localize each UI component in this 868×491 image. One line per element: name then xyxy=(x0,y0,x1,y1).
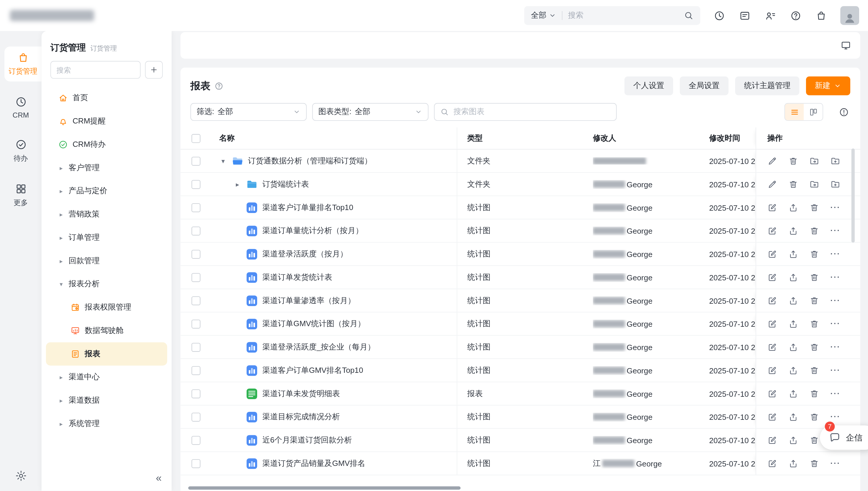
monitor-icon[interactable] xyxy=(840,40,851,51)
delete-icon[interactable] xyxy=(788,156,798,166)
row-checkbox[interactable] xyxy=(192,273,200,282)
row-checkbox[interactable] xyxy=(192,343,200,352)
export-icon[interactable] xyxy=(788,272,798,283)
more-icon[interactable]: ··· xyxy=(831,272,841,283)
horizontal-scrollbar[interactable] xyxy=(188,486,461,490)
delete-icon[interactable] xyxy=(809,319,819,329)
theme-management-button[interactable]: 统计主题管理 xyxy=(735,77,800,95)
edit-icon[interactable] xyxy=(767,319,777,329)
row-checkbox[interactable] xyxy=(192,366,200,375)
row-checkbox[interactable] xyxy=(192,250,200,259)
report-name-link[interactable]: 订货通数据分析（管理端和订货端） xyxy=(248,156,372,166)
settings-gear-icon[interactable] xyxy=(15,470,27,482)
report-name-link[interactable]: 渠道登录活跃度_按企业（每月） xyxy=(262,342,375,352)
row-checkbox[interactable] xyxy=(192,412,200,421)
edit-icon[interactable] xyxy=(767,459,777,468)
table-row[interactable]: 渠道客户订单量排名Top10统计图George2025-07-10 2··· xyxy=(180,196,860,220)
more-icon[interactable]: ··· xyxy=(831,319,841,329)
table-row[interactable]: ▸订货端统计表文件夹George2025-07-10 2 xyxy=(180,173,860,196)
table-row[interactable]: 渠道客户订单GMV排名Top10统计图George2025-07-10 2··· xyxy=(180,359,860,382)
report-name-link[interactable]: 渠道订单未发货明细表 xyxy=(262,388,340,399)
more-icon[interactable]: ··· xyxy=(831,459,841,468)
edit-icon[interactable] xyxy=(767,272,777,283)
export-icon[interactable] xyxy=(788,388,798,399)
export-icon[interactable] xyxy=(788,295,798,306)
search-scope-dropdown[interactable]: 全部 xyxy=(531,11,556,21)
row-checkbox[interactable] xyxy=(192,203,200,212)
sidebar-item[interactable]: 数据驾驶舱 xyxy=(42,319,172,342)
qixin-button[interactable]: 7 企信 xyxy=(820,426,868,450)
help-icon[interactable] xyxy=(214,81,224,91)
more-icon[interactable]: ··· xyxy=(831,249,841,259)
edit-icon[interactable] xyxy=(767,388,777,399)
sidebar-item[interactable]: ▾报表分析 xyxy=(42,273,172,296)
sidebar-item[interactable]: CRM提醒 xyxy=(42,110,172,133)
chart-type-select[interactable]: 图表类型: 全部 xyxy=(312,103,429,121)
alert-icon[interactable] xyxy=(839,107,849,117)
caret-right-icon[interactable]: ▸ xyxy=(234,180,241,188)
export-icon[interactable] xyxy=(788,226,798,236)
edit-icon[interactable] xyxy=(767,249,777,259)
sidebar-search-input[interactable] xyxy=(51,61,141,79)
report-name-link[interactable]: 渠道订单量统计分析（按月） xyxy=(262,226,363,236)
table-row[interactable]: 渠道订单量统计分析（按月）统计图George2025-07-10 2··· xyxy=(180,220,860,243)
export-icon[interactable] xyxy=(788,435,798,445)
delete-icon[interactable] xyxy=(809,412,819,422)
delete-icon[interactable] xyxy=(809,435,819,445)
rail-item-more[interactable]: 更多 xyxy=(0,178,42,213)
edit-icon[interactable] xyxy=(767,295,777,306)
row-checkbox[interactable] xyxy=(192,389,200,398)
delete-icon[interactable] xyxy=(809,342,819,352)
collapse-sidebar-button[interactable]: « xyxy=(156,472,162,484)
more-icon[interactable]: ··· xyxy=(831,388,841,399)
message-icon[interactable] xyxy=(739,10,750,21)
delete-icon[interactable] xyxy=(809,272,819,283)
delete-icon[interactable] xyxy=(788,179,798,190)
caret-down-icon[interactable]: ▾ xyxy=(219,157,227,165)
edit-icon[interactable] xyxy=(767,366,777,375)
report-name-link[interactable]: 渠道登录活跃度（按月） xyxy=(262,249,348,259)
delete-icon[interactable] xyxy=(809,202,819,212)
delete-icon[interactable] xyxy=(809,459,819,468)
more-icon[interactable]: ··· xyxy=(831,342,841,352)
more-icon[interactable]: ··· xyxy=(831,412,841,422)
export-icon[interactable] xyxy=(788,412,798,422)
search-icon[interactable] xyxy=(684,11,694,21)
table-row[interactable]: 渠道登录活跃度（按月）统计图George2025-07-10 2··· xyxy=(180,242,860,266)
report-name-link[interactable]: 渠道订单量渗透率（按月） xyxy=(262,295,355,306)
rail-item-crm[interactable]: CRM xyxy=(0,91,42,124)
chart-search-input[interactable]: 搜索图表 xyxy=(434,103,617,121)
sidebar-item[interactable]: ▸渠道数据 xyxy=(42,389,172,412)
add-button[interactable] xyxy=(145,61,163,79)
table-row[interactable]: 渠道订单GMV统计图（按月）统计图George2025-07-10 2··· xyxy=(180,313,860,336)
table-row[interactable]: 渠道登录活跃度_按企业（每月）统计图George2025-07-10 2··· xyxy=(180,336,860,359)
export-icon[interactable] xyxy=(788,459,798,468)
filter-select[interactable]: 筛选: 全部 xyxy=(190,103,307,121)
board-view-button[interactable] xyxy=(804,104,823,120)
report-name-link[interactable]: 渠道客户订单量排名Top10 xyxy=(262,202,353,212)
report-name-link[interactable]: 渠道目标完成情况分析 xyxy=(262,412,340,422)
new-subfolder-icon[interactable] xyxy=(831,179,841,190)
move-to-folder-icon[interactable] xyxy=(809,156,819,166)
table-row[interactable]: 渠道订单发货统计表统计图George2025-07-10 2··· xyxy=(180,266,860,289)
contacts-icon[interactable] xyxy=(764,10,776,21)
edit-icon[interactable] xyxy=(767,156,777,166)
more-icon[interactable]: ··· xyxy=(831,226,841,236)
report-name-link[interactable]: 渠道订货产品销量及GMV排名 xyxy=(262,459,366,468)
export-icon[interactable] xyxy=(788,366,798,375)
row-checkbox[interactable] xyxy=(192,226,200,235)
delete-icon[interactable] xyxy=(809,295,819,306)
table-row[interactable]: ▾订货通数据分析（管理端和订货端）文件夹2025-07-10 2 xyxy=(180,149,860,173)
history-icon[interactable] xyxy=(714,10,725,21)
table-row[interactable]: 渠道订单量渗透率（按月）统计图George2025-07-10 2··· xyxy=(180,289,860,313)
report-name-link[interactable]: 渠道客户订单GMV排名Top10 xyxy=(262,366,363,375)
sidebar-item[interactable]: 首页 xyxy=(42,87,172,110)
sidebar-item[interactable]: ▸产品与定价 xyxy=(42,180,172,203)
export-icon[interactable] xyxy=(788,249,798,259)
row-checkbox[interactable] xyxy=(192,436,200,444)
row-checkbox[interactable] xyxy=(192,459,200,468)
delete-icon[interactable] xyxy=(809,249,819,259)
vertical-scrollbar[interactable] xyxy=(851,149,855,243)
rail-item-order-management[interactable]: 订货管理 xyxy=(4,47,42,82)
report-name-link[interactable]: 渠道订单发货统计表 xyxy=(262,272,332,283)
